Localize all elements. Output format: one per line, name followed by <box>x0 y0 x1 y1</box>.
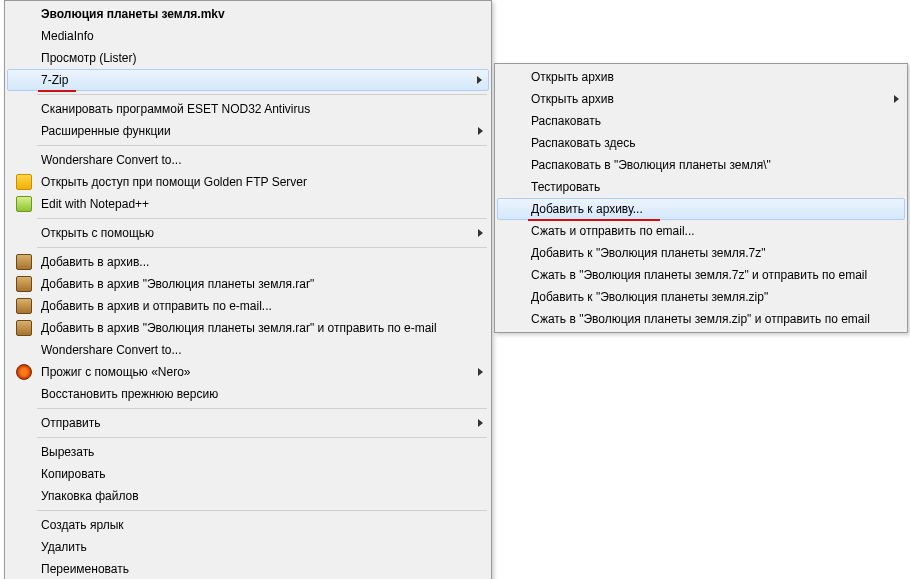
menu-item-label: Сжать и отправить по email... <box>527 224 885 238</box>
icon-slot <box>11 384 37 404</box>
sub-item-1[interactable]: Открыть архив <box>497 88 905 110</box>
icon-slot <box>501 309 527 329</box>
menu-item-label: Удалить <box>37 540 469 554</box>
icon-slot <box>11 340 37 360</box>
menu-item-label: Просмотр (Lister) <box>37 51 469 65</box>
icon-slot <box>11 515 37 535</box>
main-item-16[interactable]: Добавить в архив "Эволюция планеты земля… <box>7 317 489 339</box>
menu-item-label: Тестировать <box>527 180 885 194</box>
blank-icon <box>11 4 37 24</box>
menu-item-label: Открыть доступ при помощи Golden FTP Ser… <box>37 175 469 189</box>
sub-item-2[interactable]: Распаковать <box>497 110 905 132</box>
main-item-2[interactable]: 7-Zip <box>7 69 489 91</box>
menu-item-label: 7-Zip <box>37 73 468 87</box>
separator <box>37 218 487 219</box>
sub-item-7[interactable]: Сжать и отправить по email... <box>497 220 905 242</box>
menu-item-label: Wondershare Convert to... <box>37 343 469 357</box>
ftp-icon <box>16 174 32 190</box>
menu-item-label: Добавить в архив "Эволюция планеты земля… <box>37 277 469 291</box>
separator <box>37 510 487 511</box>
main-item-23[interactable]: Вырезать <box>7 441 489 463</box>
icon-slot <box>11 486 37 506</box>
icon-slot <box>501 265 527 285</box>
rar-icon <box>16 254 32 270</box>
context-menu-main: Эволюция планеты земля.mkv MediaInfoПрос… <box>4 0 492 579</box>
icon-slot <box>11 318 37 338</box>
main-item-9[interactable]: Edit with Notepad++ <box>7 193 489 215</box>
main-item-13[interactable]: Добавить в архив... <box>7 251 489 273</box>
menu-item-label: Открыть архив <box>527 92 885 106</box>
submenu-arrow-icon <box>478 127 483 135</box>
main-item-7[interactable]: Wondershare Convert to... <box>7 149 489 171</box>
sub-item-10[interactable]: Добавить к "Эволюция планеты земля.zip" <box>497 286 905 308</box>
sub-item-8[interactable]: Добавить к "Эволюция планеты земля.7z" <box>497 242 905 264</box>
menu-item-label: Добавить к "Эволюция планеты земля.7z" <box>527 246 885 260</box>
sub-item-9[interactable]: Сжать в "Эволюция планеты земля.7z" и от… <box>497 264 905 286</box>
menu-item-label: Распаковать <box>527 114 885 128</box>
icon-slot <box>501 67 527 87</box>
menu-item-label: Edit with Notepad++ <box>37 197 469 211</box>
menu-title-label: Эволюция планеты земля.mkv <box>37 7 469 21</box>
main-item-27[interactable]: Создать ярлык <box>7 514 489 536</box>
menu-item-label: Восстановить прежнюю версию <box>37 387 469 401</box>
submenu-arrow-icon <box>478 229 483 237</box>
main-item-5[interactable]: Расширенные функции <box>7 120 489 142</box>
main-item-24[interactable]: Копировать <box>7 463 489 485</box>
main-item-0[interactable]: MediaInfo <box>7 25 489 47</box>
menu-item-label: Расширенные функции <box>37 124 469 138</box>
menu-title[interactable]: Эволюция планеты земля.mkv <box>7 3 489 25</box>
menu-item-label: Вырезать <box>37 445 469 459</box>
separator <box>37 94 487 95</box>
icon-slot <box>501 133 527 153</box>
menu-item-label: Сканировать программой ESET NOD32 Antivi… <box>37 102 469 116</box>
icon-slot <box>11 194 37 214</box>
sub-item-11[interactable]: Сжать в "Эволюция планеты земля.zip" и о… <box>497 308 905 330</box>
icon-slot <box>11 559 37 579</box>
menu-item-label: Добавить к архиву... <box>527 202 884 216</box>
sub-item-3[interactable]: Распаковать здесь <box>497 132 905 154</box>
sub-item-4[interactable]: Распаковать в "Эволюция планеты земля\" <box>497 154 905 176</box>
icon-slot <box>11 537 37 557</box>
main-item-15[interactable]: Добавить в архив и отправить по e-mail..… <box>7 295 489 317</box>
sub-item-6[interactable]: Добавить к архиву... <box>497 198 905 220</box>
menu-item-label: Распаковать в "Эволюция планеты земля\" <box>527 158 885 172</box>
icon-slot <box>501 287 527 307</box>
separator <box>37 145 487 146</box>
icon-slot <box>501 89 527 109</box>
main-item-17[interactable]: Wondershare Convert to... <box>7 339 489 361</box>
menu-item-label: Сжать в "Эволюция планеты земля.7z" и от… <box>527 268 885 282</box>
main-item-14[interactable]: Добавить в архив "Эволюция планеты земля… <box>7 273 489 295</box>
icon-slot <box>11 172 37 192</box>
main-item-1[interactable]: Просмотр (Lister) <box>7 47 489 69</box>
main-item-21[interactable]: Отправить <box>7 412 489 434</box>
main-item-19[interactable]: Восстановить прежнюю версию <box>7 383 489 405</box>
main-item-28[interactable]: Удалить <box>7 536 489 558</box>
separator <box>37 247 487 248</box>
menu-item-label: Открыть с помощью <box>37 226 469 240</box>
main-item-18[interactable]: Прожиг с помощью «Nero» <box>7 361 489 383</box>
menu-item-label: Создать ярлык <box>37 518 469 532</box>
separator <box>37 437 487 438</box>
menu-item-label: Распаковать здесь <box>527 136 885 150</box>
icon-slot <box>11 26 37 46</box>
icon-slot <box>11 296 37 316</box>
context-menu-7zip: Открыть архивОткрыть архивРаспаковатьРас… <box>494 63 908 333</box>
main-item-29[interactable]: Переименовать <box>7 558 489 579</box>
main-item-11[interactable]: Открыть с помощью <box>7 222 489 244</box>
sub-item-5[interactable]: Тестировать <box>497 176 905 198</box>
menu-item-label: Добавить в архив "Эволюция планеты земля… <box>37 321 469 335</box>
icon-slot <box>11 464 37 484</box>
icon-slot <box>501 111 527 131</box>
menu-item-label: Добавить в архив и отправить по e-mail..… <box>37 299 469 313</box>
submenu-arrow-icon <box>478 419 483 427</box>
menu-item-label: Открыть архив <box>527 70 885 84</box>
main-item-4[interactable]: Сканировать программой ESET NOD32 Antivi… <box>7 98 489 120</box>
icon-slot <box>11 150 37 170</box>
main-item-25[interactable]: Упаковка файлов <box>7 485 489 507</box>
np-icon <box>16 196 32 212</box>
icon-slot <box>11 274 37 294</box>
main-item-8[interactable]: Открыть доступ при помощи Golden FTP Ser… <box>7 171 489 193</box>
menu-item-label: Отправить <box>37 416 469 430</box>
nero-icon <box>16 364 32 380</box>
sub-item-0[interactable]: Открыть архив <box>497 66 905 88</box>
